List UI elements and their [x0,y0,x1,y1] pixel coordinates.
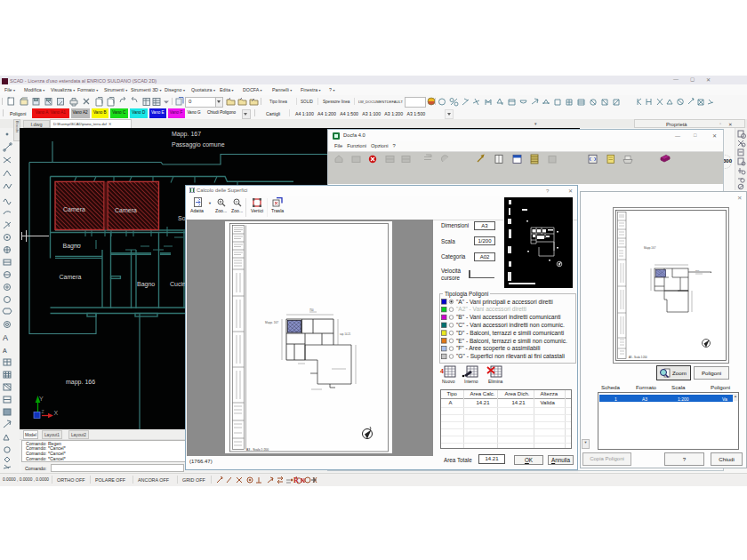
svg-text:Mapp. 167: Mapp. 167 [265,321,278,324]
svg-text:X: X [54,410,59,416]
svg-text:Mapp. 167: Mapp. 167 [172,131,201,138]
svg-text:sup.: sup. [695,269,700,272]
svg-text:A: A [3,348,7,354]
svg-text:"G" - Superfici non rilevanti: "G" - Superfici non rilevanti ai fini ca… [456,353,565,360]
svg-text:Camera: Camera [63,206,85,212]
svg-text:750: 750 [309,308,314,312]
svg-text:"E" - Balconi, terrazzi e simi: "E" - Balconi, terrazzi e simili non com… [456,338,567,344]
svg-text:Passaggio comune: Passaggio comune [172,141,225,148]
svg-text:A3 - Scala 1:200: A3 - Scala 1:200 [246,448,269,452]
svg-text:"A2" - Vani accessori diretti: "A2" - Vani accessori diretti [456,306,526,312]
svg-text:Y: Y [39,396,44,402]
svg-text:"A" - Vani principali e access: "A" - Vani principali e accessori dirett… [456,299,553,306]
svg-text:mapp. 166: mapp. 166 [66,379,95,386]
svg-text:"F" - Aree scoperte o assimila: "F" - Aree scoperte o assimilabili [456,345,541,352]
svg-text:A: A [3,333,8,342]
svg-text:Mapp.167: Mapp.167 [644,246,656,250]
svg-text:"C" - Vani accessori indiretti: "C" - Vani accessori indiretti non comun… [456,322,565,328]
svg-text:Camera: Camera [115,207,137,213]
svg-text:Z: Z [42,409,44,414]
svg-text:Elimina: Elimina [488,379,503,384]
svg-text:R: R [293,476,299,484]
svg-text:"B" - Vani accessori indiretti: "B" - Vani accessori indiretti comunican… [456,314,561,320]
svg-text:Bagno: Bagno [63,243,81,250]
svg-text:Nuovo: Nuovo [442,379,455,384]
svg-text:sup. 14.21: sup. 14.21 [340,332,351,336]
svg-text:"D" - Balconi, terrazzi e simi: "D" - Balconi, terrazzi e simili comunic… [456,330,565,336]
svg-text:Interno: Interno [464,379,478,384]
svg-text:4: 4 [440,368,444,374]
svg-text:Bagno: Bagno [137,281,155,288]
svg-text:Camera: Camera [60,274,82,280]
svg-text:A3 - Scala 1:200: A3 - Scala 1:200 [629,356,647,359]
